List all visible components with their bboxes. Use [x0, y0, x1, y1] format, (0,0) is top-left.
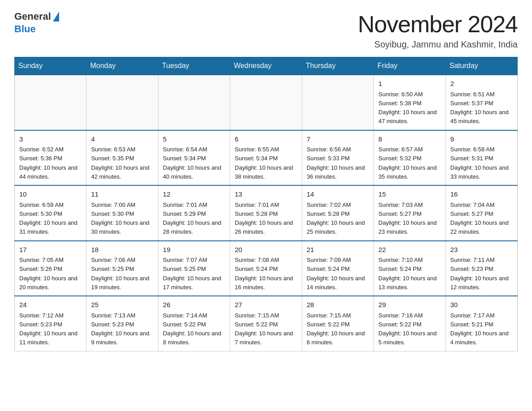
day-info: Sunrise: 7:01 AMSunset: 5:28 PMDaylight:… — [235, 201, 293, 235]
day-info: Sunrise: 7:04 AMSunset: 5:27 PMDaylight:… — [450, 201, 509, 235]
day-number: 2 — [450, 79, 513, 89]
calendar-day-cell: 22Sunrise: 7:10 AMSunset: 5:24 PMDayligh… — [374, 241, 446, 296]
day-info: Sunrise: 7:17 AMSunset: 5:21 PMDaylight:… — [450, 312, 509, 346]
weekday-header-saturday: Saturday — [446, 57, 517, 75]
calendar-day-cell: 26Sunrise: 7:14 AMSunset: 5:22 PMDayligh… — [158, 296, 230, 351]
calendar-day-cell: 25Sunrise: 7:13 AMSunset: 5:23 PMDayligh… — [86, 296, 158, 351]
day-info: Sunrise: 6:52 AMSunset: 5:36 PMDaylight:… — [19, 146, 77, 180]
day-number: 25 — [91, 300, 153, 310]
day-number: 6 — [235, 134, 297, 145]
day-number: 29 — [378, 300, 441, 310]
calendar-day-cell: 18Sunrise: 7:06 AMSunset: 5:25 PMDayligh… — [86, 241, 158, 296]
day-info: Sunrise: 7:16 AMSunset: 5:22 PMDaylight:… — [378, 312, 437, 346]
day-info: Sunrise: 6:59 AMSunset: 5:30 PMDaylight:… — [19, 201, 77, 235]
day-info: Sunrise: 6:50 AMSunset: 5:38 PMDaylight:… — [378, 91, 437, 125]
calendar-day-cell — [15, 75, 86, 130]
month-year-title: November 2024 — [358, 11, 518, 38]
weekday-header-friday: Friday — [374, 57, 446, 75]
logo: General Blue — [14, 11, 59, 35]
calendar-day-cell: 23Sunrise: 7:11 AMSunset: 5:23 PMDayligh… — [446, 241, 517, 296]
day-number: 10 — [19, 189, 82, 200]
day-info: Sunrise: 7:10 AMSunset: 5:24 PMDaylight:… — [378, 257, 437, 291]
day-number: 4 — [91, 134, 153, 145]
day-info: Sunrise: 7:09 AMSunset: 5:24 PMDaylight:… — [307, 257, 365, 291]
calendar-day-cell: 16Sunrise: 7:04 AMSunset: 5:27 PMDayligh… — [446, 185, 517, 241]
calendar-day-cell: 11Sunrise: 7:00 AMSunset: 5:30 PMDayligh… — [86, 185, 158, 241]
calendar-day-cell: 29Sunrise: 7:16 AMSunset: 5:22 PMDayligh… — [374, 296, 446, 351]
day-number: 21 — [307, 245, 369, 255]
page-header: General Blue November 2024 Soyibug, Jamm… — [14, 11, 518, 50]
calendar-day-cell: 2Sunrise: 6:51 AMSunset: 5:37 PMDaylight… — [446, 75, 517, 130]
day-info: Sunrise: 6:57 AMSunset: 5:32 PMDaylight:… — [378, 146, 437, 180]
day-number: 7 — [307, 134, 369, 145]
day-number: 23 — [450, 245, 513, 255]
day-number: 27 — [235, 300, 297, 310]
day-info: Sunrise: 7:03 AMSunset: 5:27 PMDaylight:… — [378, 201, 437, 235]
day-number: 17 — [19, 245, 82, 255]
calendar-header-row: SundayMondayTuesdayWednesdayThursdayFrid… — [15, 57, 518, 75]
day-info: Sunrise: 7:01 AMSunset: 5:29 PMDaylight:… — [163, 201, 221, 235]
day-info: Sunrise: 6:51 AMSunset: 5:37 PMDaylight:… — [450, 91, 509, 125]
calendar-day-cell: 28Sunrise: 7:15 AMSunset: 5:22 PMDayligh… — [302, 296, 373, 351]
title-area: November 2024 Soyibug, Jammu and Kashmir… — [358, 11, 518, 50]
day-number: 12 — [163, 189, 225, 200]
calendar-day-cell: 15Sunrise: 7:03 AMSunset: 5:27 PMDayligh… — [374, 185, 446, 241]
calendar-day-cell — [302, 75, 373, 130]
day-number: 26 — [163, 300, 225, 310]
day-number: 22 — [378, 245, 441, 255]
day-info: Sunrise: 7:00 AMSunset: 5:30 PMDaylight:… — [91, 201, 149, 235]
day-info: Sunrise: 7:06 AMSunset: 5:25 PMDaylight:… — [91, 257, 149, 291]
calendar-day-cell: 13Sunrise: 7:01 AMSunset: 5:28 PMDayligh… — [230, 185, 302, 241]
calendar-day-cell: 1Sunrise: 6:50 AMSunset: 5:38 PMDaylight… — [374, 75, 446, 130]
calendar-day-cell: 17Sunrise: 7:05 AMSunset: 5:26 PMDayligh… — [15, 241, 86, 296]
logo-triangle-icon — [53, 12, 59, 21]
day-info: Sunrise: 7:05 AMSunset: 5:26 PMDaylight:… — [19, 257, 77, 291]
day-number: 1 — [378, 79, 441, 89]
calendar-week-row: 3Sunrise: 6:52 AMSunset: 5:36 PMDaylight… — [15, 130, 518, 186]
day-info: Sunrise: 6:54 AMSunset: 5:34 PMDaylight:… — [163, 146, 221, 180]
weekday-header-thursday: Thursday — [302, 57, 373, 75]
day-info: Sunrise: 7:15 AMSunset: 5:22 PMDaylight:… — [235, 312, 293, 346]
day-info: Sunrise: 7:02 AMSunset: 5:28 PMDaylight:… — [307, 201, 365, 235]
day-info: Sunrise: 7:14 AMSunset: 5:22 PMDaylight:… — [163, 312, 221, 346]
calendar-day-cell: 9Sunrise: 6:58 AMSunset: 5:31 PMDaylight… — [446, 130, 517, 186]
calendar-day-cell — [158, 75, 230, 130]
day-number: 18 — [91, 245, 153, 255]
calendar-day-cell: 24Sunrise: 7:12 AMSunset: 5:23 PMDayligh… — [15, 296, 86, 351]
calendar-week-row: 10Sunrise: 6:59 AMSunset: 5:30 PMDayligh… — [15, 185, 518, 241]
day-number: 15 — [378, 189, 441, 200]
day-info: Sunrise: 6:58 AMSunset: 5:31 PMDaylight:… — [450, 146, 509, 180]
day-number: 8 — [378, 134, 441, 145]
calendar-day-cell: 7Sunrise: 6:56 AMSunset: 5:33 PMDaylight… — [302, 130, 373, 186]
calendar-week-row: 1Sunrise: 6:50 AMSunset: 5:38 PMDaylight… — [15, 75, 518, 130]
day-info: Sunrise: 6:53 AMSunset: 5:35 PMDaylight:… — [91, 146, 149, 180]
calendar-week-row: 24Sunrise: 7:12 AMSunset: 5:23 PMDayligh… — [15, 296, 518, 351]
calendar-day-cell: 27Sunrise: 7:15 AMSunset: 5:22 PMDayligh… — [230, 296, 302, 351]
day-info: Sunrise: 7:15 AMSunset: 5:22 PMDaylight:… — [307, 312, 365, 346]
day-number: 5 — [163, 134, 225, 145]
calendar-day-cell: 21Sunrise: 7:09 AMSunset: 5:24 PMDayligh… — [302, 241, 373, 296]
calendar-day-cell: 12Sunrise: 7:01 AMSunset: 5:29 PMDayligh… — [158, 185, 230, 241]
day-info: Sunrise: 7:13 AMSunset: 5:23 PMDaylight:… — [91, 312, 149, 346]
logo-blue: Blue — [14, 23, 36, 35]
calendar-day-cell: 3Sunrise: 6:52 AMSunset: 5:36 PMDaylight… — [15, 130, 86, 186]
day-number: 11 — [91, 189, 153, 200]
day-number: 19 — [163, 245, 225, 255]
day-info: Sunrise: 7:07 AMSunset: 5:25 PMDaylight:… — [163, 257, 221, 291]
calendar-day-cell: 30Sunrise: 7:17 AMSunset: 5:21 PMDayligh… — [446, 296, 517, 351]
calendar-day-cell — [230, 75, 302, 130]
calendar-day-cell: 8Sunrise: 6:57 AMSunset: 5:32 PMDaylight… — [374, 130, 446, 186]
day-info: Sunrise: 6:56 AMSunset: 5:33 PMDaylight:… — [307, 146, 365, 180]
day-number: 30 — [450, 300, 513, 310]
day-info: Sunrise: 7:12 AMSunset: 5:23 PMDaylight:… — [19, 312, 77, 346]
weekday-header-tuesday: Tuesday — [158, 57, 230, 75]
day-number: 16 — [450, 189, 513, 200]
weekday-header-wednesday: Wednesday — [230, 57, 302, 75]
calendar-day-cell — [86, 75, 158, 130]
calendar-day-cell: 5Sunrise: 6:54 AMSunset: 5:34 PMDaylight… — [158, 130, 230, 186]
day-number: 28 — [307, 300, 369, 310]
calendar-week-row: 17Sunrise: 7:05 AMSunset: 5:26 PMDayligh… — [15, 241, 518, 296]
weekday-header-monday: Monday — [86, 57, 158, 75]
day-number: 13 — [235, 189, 297, 200]
calendar-day-cell: 19Sunrise: 7:07 AMSunset: 5:25 PMDayligh… — [158, 241, 230, 296]
